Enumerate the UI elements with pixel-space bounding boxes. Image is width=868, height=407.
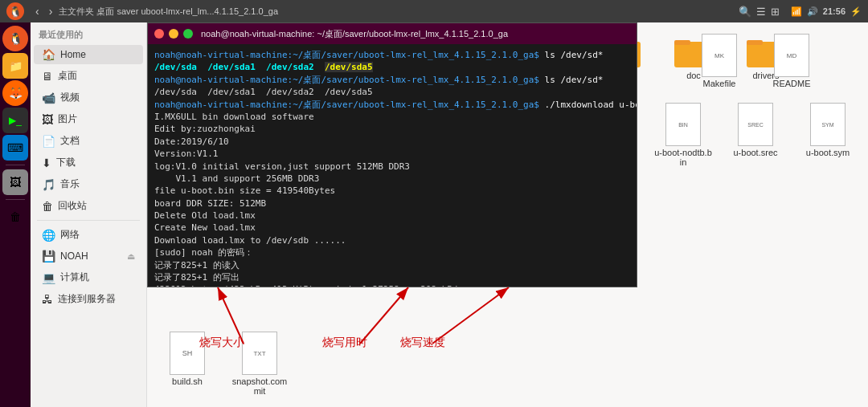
sidebar-trash-label: 回收站 xyxy=(58,199,87,213)
terminal-line: Create New load.lmx xyxy=(154,222,630,234)
sound-indicator: 🔊 xyxy=(807,6,818,17)
file-name: u-boot-nodtb.bin xyxy=(654,148,712,167)
file-name: Makefile xyxy=(703,79,736,88)
list-item[interactable]: BIN u-boot-nodtb.bin xyxy=(651,100,715,170)
terminal-line: /dev/sda /dev/sda1 /dev/sda2 /dev/sda5 xyxy=(154,86,630,98)
search-icon[interactable]: 🔍 xyxy=(739,6,751,18)
music-icon: 🎵 xyxy=(42,178,55,191)
sidebar-item-computer[interactable]: 💻 计算机 xyxy=(34,267,143,287)
video-icon: 📹 xyxy=(42,92,55,104)
terminal-line: noah@noah-virtual-machine:~/桌面/saver/ubo… xyxy=(154,49,630,61)
file-name: u-boot.srec xyxy=(733,148,777,157)
dock-files[interactable]: 📁 xyxy=(2,53,28,79)
topbar-left: 🐧 xyxy=(6,2,24,20)
sidebar-desktop-label: 桌面 xyxy=(58,69,77,83)
sidebar-docs-label: 文档 xyxy=(60,134,80,148)
sidebar-item-network[interactable]: 🌐 网络 xyxy=(34,225,143,245)
file-doc-icon: SH xyxy=(170,332,205,375)
nav-back-button[interactable]: ‹ xyxy=(32,3,43,19)
sidebar-item-home[interactable]: 🏠 Home xyxy=(34,45,143,64)
sidebar-item-desktop[interactable]: 🖥 桌面 xyxy=(34,66,143,86)
terminal-line: I.MX6ULL bin download software xyxy=(154,111,630,123)
terminal-line: Edit by:zuozhongkai xyxy=(154,123,630,135)
sidebar-item-trash[interactable]: 🗑 回收站 xyxy=(34,196,143,216)
network-indicator: 📶 xyxy=(791,6,802,17)
file-doc-icon: TXT xyxy=(242,332,277,375)
sidebar-downloads-label: 下载 xyxy=(56,156,76,169)
terminal-line: Date:2019/6/10 xyxy=(154,136,630,148)
list-item[interactable]: TXT snapshot.commit xyxy=(227,328,292,399)
terminal-line: Version:V1.1 xyxy=(154,148,630,160)
sidebar-item-noah[interactable]: 💾 NOAH ⏏ xyxy=(34,246,143,266)
dock-terminal[interactable]: ▶_ xyxy=(2,108,28,133)
dock-photos[interactable]: 🖼 xyxy=(2,169,28,195)
clock: 21:56 xyxy=(823,6,845,16)
sidebar-video-label: 视频 xyxy=(60,91,80,104)
term-cmd: ls /dev/sd* xyxy=(545,50,604,60)
sidebar-item-music[interactable]: 🎵 音乐 xyxy=(34,174,143,194)
topbar-breadcrumb: ‹ › 主文件夹 桌面 saver uboot-lmx-rel_lm...4.1… xyxy=(32,3,731,19)
sidebar-noah-label: NOAH xyxy=(60,250,88,262)
topbar-right: 🔍 ☰ ⊞ 📶 🔊 21:56 ⚡ xyxy=(739,6,862,18)
dock-trash[interactable]: 🗑 xyxy=(2,204,28,230)
dock-separator-2 xyxy=(6,199,25,200)
menu-icon[interactable]: ☰ xyxy=(756,6,766,18)
sidebar-divider xyxy=(37,220,140,221)
terminal-content[interactable]: noah@noah-virtual-machine:~/桌面/saver/ubo… xyxy=(148,44,637,287)
term-prompt: noah@noah-virtual-machine:~/桌面/saver/ubo… xyxy=(154,50,539,60)
list-item[interactable]: SREC u-boot.srec xyxy=(723,100,788,170)
terminal-maximize-button[interactable] xyxy=(183,29,193,39)
sidebar-item-images[interactable]: 🖼 图片 xyxy=(34,109,143,129)
list-item[interactable]: SYM u-boot.sym xyxy=(796,100,860,170)
terminal-line: noah@noah-virtual-machine:~/桌面/saver/ubo… xyxy=(154,74,630,86)
svg-line-28 xyxy=(360,287,408,344)
sidebar-item-downloads[interactable]: ⬇ 下载 xyxy=(34,153,143,173)
file-name: build.sh xyxy=(172,376,203,386)
sidebar-network-label: 网络 xyxy=(60,228,80,242)
computer-icon: 💻 xyxy=(42,271,55,284)
list-item[interactable]: SH build.sh xyxy=(155,328,219,399)
terminal-line: V1.1 and support 256MB DDR3 xyxy=(154,173,630,185)
term-prompt: noah@noah-virtual-machine:~/桌面/saver/ubo… xyxy=(154,75,539,85)
terminal-close-button[interactable] xyxy=(154,29,164,39)
term-prompt: noah@noah-virtual-machine:~/桌面/saver/ubo… xyxy=(154,100,539,110)
sidebar-computer-label: 计算机 xyxy=(60,271,89,284)
home-icon: 🏠 xyxy=(42,48,55,61)
readme-icon: MD xyxy=(774,34,809,77)
terminal-line: Delete Old load.lmx xyxy=(154,210,630,222)
terminal-line: 记录了825+1 的写出 xyxy=(154,271,630,283)
sidebar-item-video[interactable]: 📹 视频 xyxy=(34,88,143,108)
sidebar-item-server[interactable]: 🖧 连接到服务器 xyxy=(34,289,143,309)
uboot-srec-icon: SREC xyxy=(738,103,773,146)
terminal-minimize-button[interactable] xyxy=(169,29,178,39)
file-name: u-boot.sym xyxy=(806,148,850,157)
list-item[interactable]: MK Makefile xyxy=(687,31,751,92)
terminal-line: file u-boot.bin size = 419540Bytes xyxy=(154,185,630,197)
terminal-line: /dev/sda /dev/sda1 /dev/sda2 /dev/sda5 xyxy=(154,61,630,73)
main-layout: 🐧 📁 🦊 ▶_ ⌨ 🖼 🗑 最近使用的 🏠 Home 🖥 桌面 📹 视频 🖼 … xyxy=(0,22,868,407)
terminal-line: log:V1.0 initial version,just support 51… xyxy=(154,161,630,173)
sidebar-recent-label: 最近使用的 xyxy=(31,22,146,44)
dock-browser[interactable]: 🦊 xyxy=(2,80,28,106)
terminal-line: board DDR SIZE: 512MB xyxy=(154,197,630,210)
svg-line-29 xyxy=(432,287,509,344)
list-item[interactable]: MD README xyxy=(760,31,824,92)
server-icon: 🖧 xyxy=(42,293,53,306)
sidebar-images-label: 图片 xyxy=(58,112,77,126)
right-files: MK Makefile MD README BIN u-boot-nodtb.b… xyxy=(651,31,860,170)
dock-ubuntu[interactable]: 🐧 xyxy=(2,26,28,51)
terminal-line: noah@noah-virtual-machine:~/桌面/saver/ubo… xyxy=(154,99,630,111)
nav-forward-button[interactable]: › xyxy=(46,3,56,19)
noah-eject-icon[interactable]: ⏏ xyxy=(127,251,135,262)
terminal-titlebar: noah@noah-virtual-machine: ~/桌面/saver/ub… xyxy=(148,23,637,44)
sidebar-server-label: 连接到服务器 xyxy=(58,292,116,306)
topbar: 🐧 ‹ › 主文件夹 桌面 saver uboot-lmx-rel_lm...4… xyxy=(0,0,868,22)
dock-vscode[interactable]: ⌨ xyxy=(2,135,28,161)
ubuntu-logo[interactable]: 🐧 xyxy=(6,2,24,20)
power-indicator: ⚡ xyxy=(850,6,862,17)
breadcrumb-path: 主文件夹 桌面 saver uboot-lmx-rel_lm...4.1.15_… xyxy=(59,6,278,18)
annotation-time-label: 烧写用时 xyxy=(322,336,367,350)
grid-icon[interactable]: ⊞ xyxy=(771,6,780,18)
uboot-nodtb-icon: BIN xyxy=(665,103,701,146)
sidebar-item-docs[interactable]: 📄 文档 xyxy=(34,131,143,151)
